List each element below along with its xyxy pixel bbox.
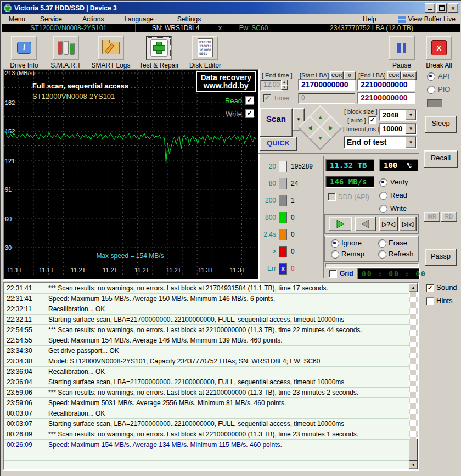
menu-item-menu[interactable]: Menu — [9, 15, 25, 23]
disk-editor-button[interactable]: 010110 110011 101000 0001 Disk Editor — [183, 36, 227, 69]
log-row[interactable]: 22:54:55*** Scan results: no warnings, n… — [4, 325, 409, 335]
menu-item-help[interactable]: Help — [363, 15, 376, 23]
refresh-radio[interactable] — [378, 250, 386, 259]
minimize-button[interactable] — [425, 3, 435, 13]
play-button[interactable] — [329, 217, 352, 231]
title-bar[interactable]: Victoria 5.37 HDD/SSD | Device 3 × — [2, 2, 460, 14]
end-lba-max-button[interactable]: MAX — [401, 71, 417, 80]
log-row[interactable]: 23:36:04Recallibration... OK — [4, 367, 409, 377]
grid-checkbox[interactable] — [329, 270, 337, 278]
svg-text:11.2T: 11.2T — [103, 267, 118, 273]
log-row[interactable]: 22:32:11Recallibration... OK — [4, 304, 409, 315]
remap-radio[interactable] — [331, 250, 339, 259]
log-scrollbar[interactable]: ▲ ▼ — [409, 283, 418, 469]
device-tab-close-button[interactable]: x — [216, 24, 224, 32]
timer-checkbox[interactable]: ✓ — [263, 94, 271, 102]
block-size-dropdown[interactable]: 2048 ▼ — [379, 109, 417, 121]
block-size-dropdown-arrow[interactable]: ▼ — [406, 110, 416, 120]
log-row[interactable]: 00:03:07Starting surface scan, LBA=21700… — [4, 419, 409, 429]
log-row[interactable] — [4, 461, 409, 471]
verify-radio[interactable] — [379, 178, 387, 187]
log-row[interactable]: 23:59:06Speed: Maximum 5031 MB/s. Averag… — [4, 398, 409, 408]
menu-item-settings[interactable]: Settings — [177, 15, 201, 23]
scroll-thumb[interactable] — [409, 439, 418, 461]
end-of-test-dropdown-arrow[interactable]: ▼ — [406, 137, 416, 148]
ddd-checkbox[interactable] — [328, 193, 336, 201]
sleep-button[interactable]: Sleep — [425, 116, 457, 133]
auto-checkbox[interactable]: ✓ — [368, 116, 376, 124]
log-row[interactable]: 00:26:09*** Scan results: no warnings, n… — [4, 429, 409, 440]
menu-item-actions[interactable]: Actions — [82, 15, 104, 23]
timeout-dropdown-arrow[interactable]: ▼ — [406, 124, 416, 134]
bucket-count: 24 — [291, 180, 298, 187]
maximize-button[interactable] — [436, 3, 447, 13]
graph-subtitle: ST12000VN0008-2YS101 — [32, 92, 115, 100]
log-row[interactable]: 23:36:04Starting surface scan, LBA=21700… — [4, 377, 409, 388]
drive-info-button[interactable]: i Drive Info — [2, 36, 46, 69]
log-time: 23:59:06 — [4, 398, 43, 408]
api-radio[interactable] — [427, 72, 435, 81]
speed-bucket-row: 8000 — [258, 212, 322, 223]
log-row[interactable]: 00:26:09Speed: Maximum 154 MB/s. Average… — [4, 440, 409, 450]
timeout-dropdown[interactable]: 10000 ▼ — [379, 123, 417, 135]
ignore-radio[interactable] — [331, 239, 339, 248]
log-row[interactable]: 22:32:11Starting surface scan, LBA=21700… — [4, 315, 409, 325]
pio-radio[interactable] — [427, 86, 435, 94]
log-row[interactable]: 23:59:06*** Scan results: no warnings, n… — [4, 388, 409, 398]
wr-button[interactable]: WR — [424, 212, 440, 222]
smart-logs-button[interactable]: SMART Logs — [89, 36, 133, 69]
log-time: 22:32:11 — [4, 304, 43, 314]
svg-text:11.3T: 11.3T — [198, 267, 213, 273]
timer-input[interactable]: 0 — [298, 93, 355, 104]
rd-button[interactable]: RD — [441, 212, 457, 222]
log-row[interactable]: 23:34:30Model: ST12000VN0008-2YS101; Cap… — [4, 356, 409, 367]
menu-item-language[interactable]: Language — [124, 15, 153, 23]
test-repair-button[interactable]: Test & Repair — [137, 36, 181, 69]
end-lba-cur-button[interactable]: CUR — [387, 71, 401, 80]
menu-item-view-buffer-live[interactable]: View Buffer Live — [408, 15, 456, 23]
write-radio[interactable] — [379, 205, 387, 213]
close-button[interactable]: × — [448, 3, 458, 13]
scroll-up-button[interactable]: ▲ — [409, 283, 418, 292]
log-row[interactable]: 22:31:41Speed: Maximum 155 MB/s. Average… — [4, 294, 409, 304]
legend-read: Read ✓ — [225, 96, 254, 105]
hints-checkbox[interactable] — [426, 297, 434, 305]
log-row[interactable]: 23:34:30Get drive passport... OK — [4, 346, 409, 356]
current-lba-field: 22100000000 — [357, 92, 415, 104]
scan-button[interactable]: Scan — [260, 108, 293, 137]
goto-edge-button[interactable]: ▷|◁ — [399, 217, 417, 231]
quick-button[interactable]: QUICK — [260, 137, 297, 151]
start-lba-input[interactable]: 21700000000 — [298, 79, 355, 91]
smart-button[interactable]: S.M.A.R.T — [44, 36, 88, 69]
svg-text:60: 60 — [5, 216, 12, 222]
write-checkbox[interactable]: ✓ — [245, 109, 254, 118]
seek-test-button[interactable]: ▷?◁ — [379, 217, 398, 231]
end-time-input[interactable]: 12:00 — [260, 80, 283, 91]
log-message — [43, 461, 48, 471]
end-lba-input[interactable]: 22100000000 — [357, 79, 415, 91]
back-button[interactable] — [355, 217, 376, 231]
maximize-icon — [439, 5, 445, 11]
log-row[interactable]: 00:03:07Recallibration... OK — [4, 408, 409, 419]
right-arrow-icon: ▶ — [329, 125, 333, 131]
green-cross-icon — [150, 39, 168, 57]
log-row[interactable] — [4, 450, 409, 461]
break-all-button[interactable]: x Break All — [417, 36, 461, 69]
log-row[interactable]: 22:54:55Speed: Maximum 154 MB/s. Average… — [4, 335, 409, 346]
end-of-test-dropdown[interactable]: End of test ▼ — [344, 136, 417, 149]
sound-checkbox[interactable]: ✓ — [426, 284, 434, 292]
read-radio[interactable] — [379, 192, 387, 200]
start-lba-cur-button[interactable]: CUR — [330, 71, 344, 80]
menu-item-service[interactable]: Service — [40, 15, 62, 23]
bucket-color-swatch — [279, 229, 287, 240]
read-checkbox[interactable]: ✓ — [245, 96, 254, 105]
passport-button[interactable]: Passp — [425, 249, 457, 266]
start-lba-label: [Start LBA] — [300, 72, 329, 79]
start-lba-zero-button[interactable]: 0 — [344, 71, 356, 80]
end-time-spinner[interactable]: ▲▼ — [281, 80, 288, 90]
scroll-down-button[interactable]: ▼ — [409, 461, 418, 469]
log-row[interactable]: 22:31:41*** Scan results: no warnings, n… — [4, 283, 409, 294]
erase-radio[interactable] — [378, 239, 386, 248]
recall-button[interactable]: Recall — [424, 150, 458, 168]
graph-plot: 213 (MB/s)18215212191603011.1T11.1T11.2T… — [4, 70, 256, 277]
